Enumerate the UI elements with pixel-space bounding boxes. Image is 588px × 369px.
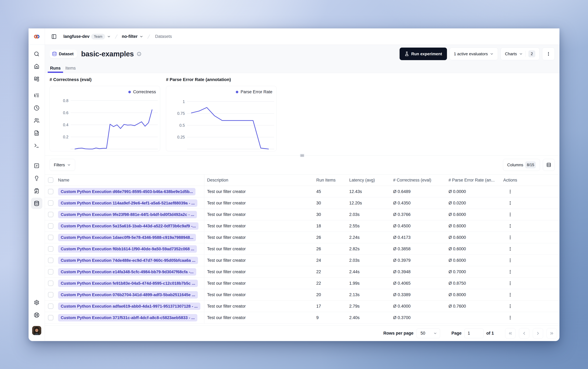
run-name-badge[interactable]: Custom Python Execution adfae619-abb0-4d… (58, 303, 200, 310)
row-checkbox[interactable] (48, 189, 53, 194)
run-correctness: Ø 0.3979 (391, 258, 446, 263)
sidebar-toggle-button[interactable] (50, 33, 58, 40)
sidebar-item-settings-gear[interactable] (31, 297, 42, 308)
sidebar-item-support-lifebuoy[interactable] (31, 309, 42, 321)
tab-runs[interactable]: Runs (48, 66, 63, 73)
run-correctness: Ø 0.4350 (391, 201, 446, 205)
row-actions-button[interactable] (507, 223, 513, 229)
sidebar-item-sessions-clock[interactable] (31, 102, 42, 113)
sidebar-item-dashboard[interactable] (31, 73, 42, 85)
row-actions-button[interactable] (507, 234, 513, 241)
row-checkbox[interactable] (48, 212, 53, 217)
more-vertical-icon (508, 189, 512, 194)
sidebar-item-judge-lightbulb[interactable] (31, 173, 42, 184)
sidebar-item-scores-percent[interactable] (31, 160, 42, 171)
sidebar-item-annotation-clipboard[interactable] (31, 185, 42, 196)
row-checkbox[interactable] (48, 258, 53, 263)
run-description: Test our filter creator (204, 281, 314, 286)
row-checkbox[interactable] (48, 281, 53, 286)
run-latency: 2.44s (347, 269, 391, 274)
columns-label: Columns (507, 163, 523, 167)
run-name-badge[interactable]: Custom Python Execution e14fa348-5cfc-49… (58, 268, 196, 276)
column-header-latency[interactable]: Latency (avg) (347, 178, 391, 183)
first-page-button[interactable] (505, 328, 516, 338)
run-experiment-button[interactable]: Run experiment (400, 48, 447, 60)
rows-per-page-label: Rows per page (383, 331, 413, 336)
breadcrumb: langfuse-dev Team no-filter Datasets (63, 34, 172, 39)
org-name: langfuse-dev (63, 34, 89, 39)
row-checkbox[interactable] (48, 315, 53, 320)
row-actions-button[interactable] (507, 280, 513, 287)
row-checkbox[interactable] (48, 292, 53, 297)
breadcrumb-project[interactable]: no-filter (122, 34, 143, 39)
chart-card-parse-error-rate: 0.250.50.751 Parse Error Rate (166, 86, 277, 151)
row-checkbox[interactable] (48, 246, 53, 252)
run-description: Test our filter creator (204, 189, 314, 194)
rows-per-page-select[interactable]: 50 (417, 328, 440, 338)
breadcrumb-org[interactable]: langfuse-dev Team (63, 34, 111, 39)
run-name-badge[interactable]: Custom Python Execution 076b2704-341d-48… (58, 291, 198, 298)
row-actions-button[interactable] (507, 257, 513, 264)
row-checkbox[interactable] (48, 304, 53, 309)
support-lifebuoy-icon (34, 312, 39, 318)
run-parse-error-rate: Ø 0.0200 (446, 201, 499, 205)
user-avatar[interactable] (32, 326, 41, 335)
run-name-badge[interactable]: Custom Python Execution 5a15a616-1bab-44… (58, 222, 198, 230)
run-name-badge[interactable]: Custom Python Execution fe91b83e-04a5-47… (58, 280, 198, 287)
column-header-description[interactable]: Description (204, 178, 314, 183)
column-header-run-items[interactable]: Run Items (314, 178, 347, 183)
resize-grip-handle[interactable] (300, 154, 304, 157)
judge-lightbulb-icon (34, 175, 39, 181)
row-actions-button[interactable] (507, 303, 513, 309)
next-page-button[interactable] (533, 328, 543, 338)
more-vertical-icon (508, 258, 512, 263)
run-name-badge[interactable]: Custom Python Execution 74de488e-ec9d-47… (58, 257, 198, 264)
column-header-parse-error-rate[interactable]: # Parse Error Rate (an... (446, 178, 499, 183)
row-checkbox[interactable] (48, 269, 53, 275)
run-name-badge[interactable]: Custom Python Execution 114aa9ef-29e6-4e… (58, 199, 197, 207)
sidebar-item-tracing-tree[interactable] (31, 90, 42, 101)
row-actions-button[interactable] (507, 200, 513, 206)
filters-button[interactable]: Filters (49, 159, 75, 171)
run-correctness: Ø 0.3948 (391, 269, 446, 274)
active-evaluators-button[interactable]: 1 active evaluators (450, 48, 498, 60)
row-actions-button[interactable] (507, 188, 513, 195)
sidebar-item-users[interactable] (31, 115, 42, 126)
run-latency: 12.20s (347, 201, 391, 205)
row-actions-button[interactable] (507, 246, 513, 252)
sidebar-item-datasets-database[interactable] (31, 198, 42, 209)
page-number-input[interactable] (464, 328, 483, 338)
column-header-correctness[interactable]: # Correctness (eval) (391, 178, 446, 183)
run-name-badge[interactable]: Custom Python Execution f6bb1614-1f90-40… (58, 245, 197, 253)
run-name-badge[interactable]: Custom Python Execution 9fe23f98-881e-44… (58, 211, 197, 218)
tab-items[interactable]: Items (63, 66, 78, 73)
row-actions-button[interactable] (507, 269, 513, 275)
breadcrumb-section[interactable]: Datasets (155, 34, 172, 39)
select-all-checkbox[interactable] (48, 177, 53, 183)
row-actions-button[interactable] (507, 315, 513, 321)
row-checkbox[interactable] (48, 223, 53, 229)
langfuse-logo[interactable] (29, 28, 45, 45)
row-checkbox[interactable] (48, 200, 53, 206)
run-name-badge[interactable]: Custom Python Execution 1daec0f9-5e78-43… (58, 234, 196, 241)
row-actions-button[interactable] (507, 292, 513, 298)
row-height-button[interactable] (543, 159, 555, 171)
run-name-badge[interactable]: Custom Python Execution d66e7991-8595-45… (58, 188, 196, 195)
sidebar-item-playground-terminal[interactable] (31, 140, 42, 151)
sidebar-item-prompts-file[interactable] (31, 127, 42, 139)
last-page-button[interactable] (547, 328, 557, 338)
row-actions-button[interactable] (507, 211, 513, 218)
breadcrumb-slash-icon (147, 34, 150, 39)
columns-button[interactable]: Columns 8/15 (503, 159, 540, 171)
line-chart-parse-error-rate: 0.250.50.751 (166, 86, 276, 151)
more-menu-button[interactable] (542, 48, 555, 60)
row-checkbox[interactable] (48, 235, 53, 240)
info-icon[interactable] (137, 52, 141, 56)
column-header-name[interactable]: Name (56, 174, 204, 186)
run-name-badge[interactable]: Custom Python Execution 371f531c-abff-4d… (58, 314, 197, 321)
charts-button[interactable]: Charts 2 (501, 48, 539, 60)
previous-page-button[interactable] (519, 328, 529, 338)
svg-text:0.8: 0.8 (63, 98, 69, 103)
sidebar-item-home[interactable] (31, 61, 42, 72)
sidebar-item-search[interactable] (31, 48, 42, 60)
